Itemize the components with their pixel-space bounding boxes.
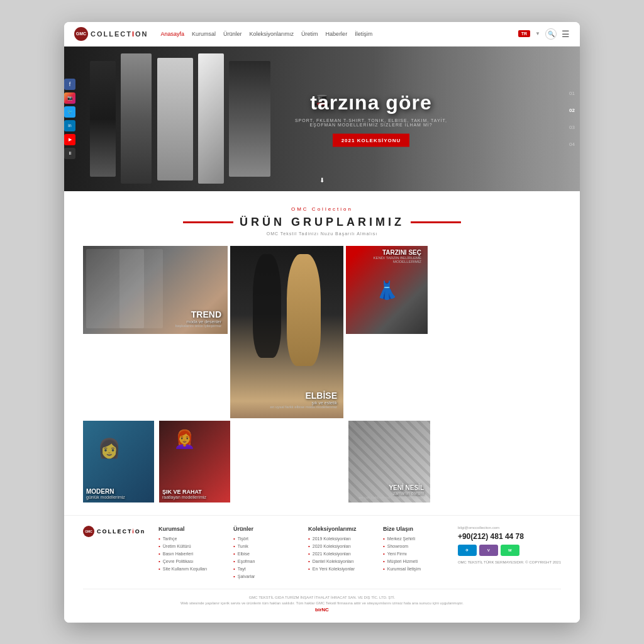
red-bar-left (183, 221, 233, 223)
pause-icon[interactable]: ⏸ (64, 148, 75, 159)
telegram-badge[interactable]: ✈ (458, 545, 477, 556)
navbar: GMC COLLECTiOn Anasayfa Kurumsal Ürünler… (64, 22, 580, 47)
elbise-subtitle: şık ve estetik (270, 401, 337, 405)
nav-right: TR ▼ 🔍 ☰ (518, 28, 570, 40)
nav-iletisim[interactable]: İletişim (355, 31, 372, 37)
footer-company-desc: OMC TEKSTİL TÜRK SERMAYESIDIR. © COPYRIG… (458, 560, 561, 565)
urunler-link-2[interactable]: •Tunik (233, 543, 296, 549)
hero-cta-button[interactable]: 2021 KOLEKSİYONU (333, 133, 410, 147)
nav-koleksiyonlarimiz[interactable]: Koleksiyonlarımız (250, 31, 294, 37)
koleksiyon-link-4[interactable]: •Dantel Koleksiyonları (308, 558, 370, 564)
product-card-elbise[interactable]: ELBİSE şık ve estetik en uysal farklı el… (230, 246, 343, 418)
kurumsal-link-3[interactable]: •Basın Haberleri (158, 551, 221, 557)
urunler-link-4[interactable]: •Eşofman (233, 558, 296, 564)
product-card-tarzini[interactable]: 👗 TARZINI SEÇ KENDI TARZIN BELİRLEME MOD… (346, 246, 428, 334)
nav-urunler[interactable]: Ürünler (223, 31, 242, 37)
nav-anasayfa[interactable]: Anasayfa (161, 31, 185, 37)
urunler-link-5[interactable]: •Tayt (233, 566, 296, 572)
product-row-1: TREND moda ve desenler başkalarını önce … (83, 246, 561, 418)
sik-label: ŞIK VE RAHAT raatlayan modellerimiz (162, 489, 206, 499)
bize-link-2[interactable]: •Showroom (383, 543, 445, 549)
footer-col-koleksiyon: Koleksiyonlarımız •2019 Koleksiyonları •… (308, 526, 370, 581)
urunler-link-6[interactable]: •Şalvarlar (233, 574, 296, 579)
footer-logo: GMC COLLECTiOn (83, 526, 145, 537)
product-card-trend[interactable]: TREND moda ve desenler başkalarını önce … (83, 246, 228, 334)
urunler-link-1[interactable]: •Tişört (233, 536, 296, 541)
contact-email: bilgi@omccolleciton.com (458, 526, 561, 530)
facebook-icon[interactable]: f (64, 79, 75, 90)
hero-section: 🎩 tarzına göre SPORT, FKLEMAN T-SHIRT, T… (64, 47, 580, 191)
bize-title: Bize Ulaşın (383, 526, 445, 532)
indicator-4[interactable]: 04 (569, 142, 575, 147)
product-card-modern[interactable]: 👩 MODERN günlük modellerimiz (83, 421, 154, 502)
search-button[interactable]: 🔍 (545, 28, 557, 40)
kurumsal-link-5[interactable]: •Site Kullanım Koşulları (158, 566, 221, 572)
cloth-5 (229, 61, 270, 177)
yeni-subtitle: zamanın ötesini (359, 491, 424, 496)
section-brand-label: OMC Collection (64, 206, 580, 212)
instagram-icon[interactable]: 📷 (64, 92, 75, 104)
cloth-4 (198, 53, 224, 184)
nav-haberler[interactable]: Haberler (326, 31, 348, 37)
urunler-link-3[interactable]: •Elbise (233, 551, 296, 557)
yeni-label: YENİ NESİL zamanın ötesini en çok farklı… (359, 484, 424, 499)
footer-legal-text: Web sitesinde yapılanır içerik servis ve… (83, 601, 561, 605)
menu-button[interactable]: ☰ (562, 29, 570, 39)
elbise-spacer (233, 421, 346, 502)
koleksiyon-link-1[interactable]: •2019 Koleksiyonları (308, 536, 370, 541)
footer-company-name: GMC TEKSTİL GIDA TURİZM İNŞAAT İTHALAT İ… (83, 596, 561, 599)
product-row-2: 👩 MODERN günlük modellerimiz 👩‍🦰 ŞIK VE … (83, 421, 561, 502)
footer-col-kurumsal: Kurumsal •Tarihçe •Üretim Kültürü •Basın… (158, 526, 221, 581)
powered-by: birNC (83, 607, 561, 613)
bize-link-4[interactable]: •Müşteri Hizmeti (383, 558, 445, 564)
youtube-icon[interactable]: ▶ (64, 134, 75, 145)
viber-badge[interactable]: V (479, 545, 498, 556)
linkedin-icon[interactable]: in (64, 120, 75, 131)
trend-desc: başkalarını önce iyileştirmiz (175, 324, 221, 328)
bize-link-1[interactable]: •Merkez Şehirli (383, 536, 445, 541)
language-badge[interactable]: TR (518, 30, 530, 37)
product-card-sik[interactable]: 👩‍🦰 ŞIK VE RAHAT raatlayan modellerimiz (159, 421, 230, 502)
kurumsal-link-2[interactable]: •Üretim Kültürü (158, 543, 221, 549)
nav-uretim[interactable]: Üretim (301, 31, 318, 37)
trend-title: TREND (175, 309, 221, 319)
modern-label: MODERN günlük modellerimiz (86, 488, 125, 499)
trend-label: TREND moda ve desenler başkalarını önce … (175, 309, 221, 328)
tarzini-subtitle: KENDI TARZIN BELİRLEME MODELLERIMIZ (346, 256, 421, 264)
product-card-yeni[interactable]: YENİ NESİL zamanın ötesini en çok farklı… (348, 421, 430, 502)
kurumsal-link-4[interactable]: •Çevre Politikası (158, 558, 221, 564)
logo-badge: GMC (74, 27, 88, 41)
yeni-title: YENİ NESİL (359, 484, 424, 491)
cloth-3 (157, 58, 193, 181)
koleksiyon-link-3[interactable]: •2021 Koleksiyonları (308, 551, 370, 557)
indicator-2[interactable]: 02 (569, 108, 575, 113)
cloth-2 (121, 53, 152, 184)
hero-content: tarzına göre SPORT, FKLEMAN T-SHIRT, TON… (289, 91, 453, 147)
koleksiyon-link-5[interactable]: •En Yeni Koleksiyonlar (308, 566, 370, 572)
indicator-1[interactable]: 01 (569, 91, 575, 96)
kurumsal-link-1[interactable]: •Tarihçe (158, 536, 221, 541)
footer-brand: COLLECTiOn (97, 528, 145, 535)
nav-kurumsal[interactable]: Kurumsal (192, 31, 216, 37)
footer-col-bize: Bize Ulaşın •Merkez Şehirli •Showroom •Y… (383, 526, 445, 581)
koleksiyon-title: Koleksiyonlarımız (308, 526, 370, 532)
footer-apps: ✈ V W (458, 545, 561, 556)
indicator-3[interactable]: 03 (569, 125, 575, 130)
bize-link-3[interactable]: •Yeni Firmı (383, 551, 445, 557)
section-title: ÜRÜN GRUPLARIMIZ (240, 216, 404, 229)
bize-link-5[interactable]: •Kurumsal İletişim (383, 566, 445, 572)
section-desc: OMC Tekstil Tadinizı Nuzu Başarılı Almal… (64, 231, 580, 236)
sik-title: ŞIK VE RAHAT (162, 489, 206, 495)
footer-logo-area: GMC COLLECTiOn (83, 526, 146, 581)
whatsapp-badge[interactable]: W (501, 545, 519, 556)
birnc-logo: birNC (315, 607, 329, 613)
yeni-desc: en çok farklı elbise başarı modellerimiz (359, 496, 424, 499)
kurumsal-title: Kurumsal (158, 526, 221, 532)
twitter-icon[interactable]: 🐦 (64, 106, 75, 118)
footer-contact: bilgi@omccolleciton.com +90(212) 481 44 … (458, 526, 561, 581)
nav-links: Anasayfa Kurumsal Ürünler Koleksiyonları… (161, 31, 518, 37)
logo-area[interactable]: GMC COLLECTiOn (74, 27, 148, 41)
slide-indicators: 01 02 03 04 (569, 91, 575, 147)
koleksiyon-link-2[interactable]: •2020 Koleksiyonları (308, 543, 370, 549)
elbise-title: ELBİSE (270, 391, 337, 401)
